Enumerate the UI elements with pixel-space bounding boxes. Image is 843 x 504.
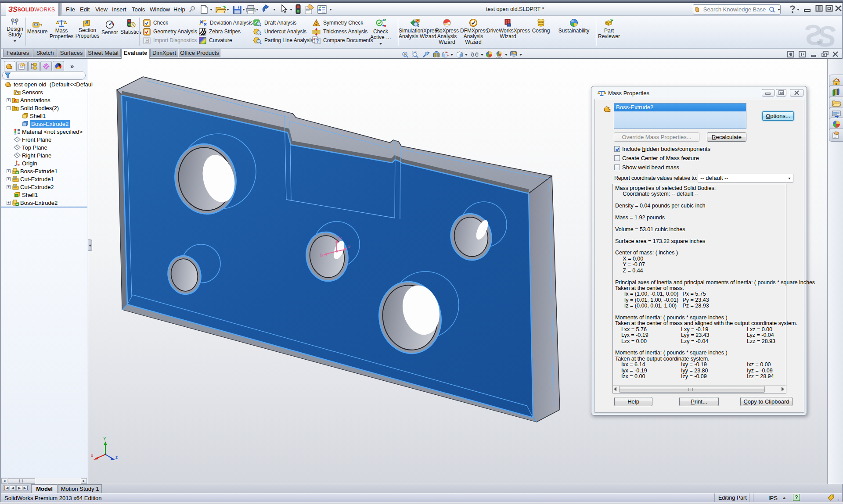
svg-text:z: z: [115, 455, 118, 460]
svg-text:WORKS: WORKS: [34, 6, 55, 12]
svg-text:SOLID: SOLID: [18, 6, 34, 12]
svg-text:S: S: [817, 20, 836, 49]
svg-text:Iz: Iz: [347, 244, 351, 249]
svg-text:x: x: [91, 453, 93, 458]
svg-text:Iy: Iy: [338, 236, 342, 240]
svg-text:A: A: [14, 98, 17, 103]
svg-text:ЗS: ЗS: [8, 5, 18, 13]
svg-text:Ix: Ix: [320, 253, 324, 258]
svg-text:?: ?: [316, 39, 319, 43]
svg-text:Y: Y: [103, 436, 106, 441]
